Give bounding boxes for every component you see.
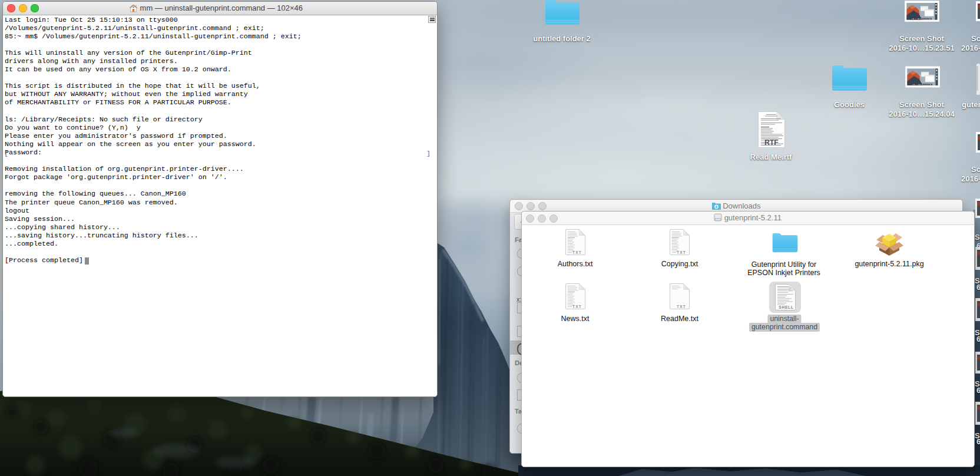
svg-text:SHELL: SHELL (779, 305, 793, 309)
svg-text:RTF: RTF (764, 138, 778, 147)
